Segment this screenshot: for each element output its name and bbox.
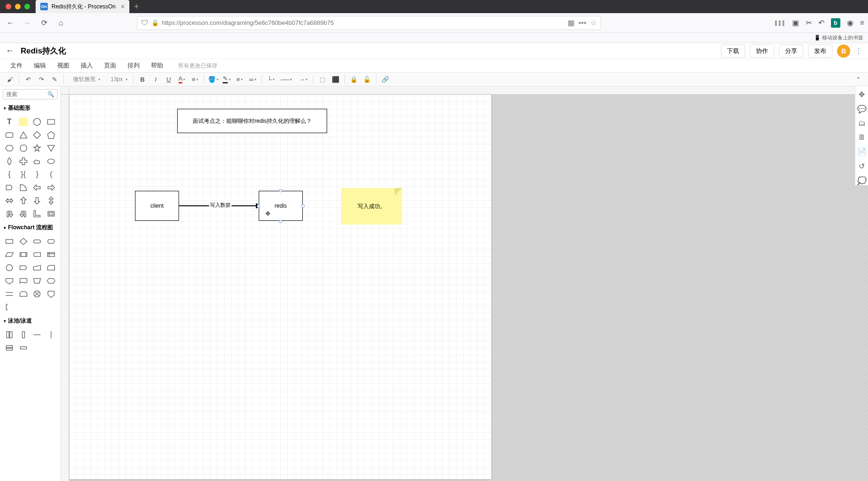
shape-star[interactable]: [31, 142, 44, 154]
fc-sum[interactable]: [31, 288, 44, 300]
font-color-button[interactable]: A▾: [176, 74, 188, 85]
connector-type-button[interactable]: └▾: [265, 74, 277, 85]
fc-connector[interactable]: [3, 262, 16, 274]
comments-icon[interactable]: 💬: [857, 105, 867, 113]
shape-triangle-down[interactable]: [45, 142, 58, 154]
section-flowchart[interactable]: Flowchart 流程图: [0, 222, 60, 233]
fc-stored[interactable]: [31, 248, 44, 261]
font-size-select[interactable]: 13px▾: [104, 74, 130, 85]
selection-handle-w[interactable]: [257, 204, 260, 208]
fc-predefined[interactable]: [17, 248, 30, 261]
fc-annotation[interactable]: [3, 301, 16, 313]
menu-arrange[interactable]: 排列: [123, 60, 144, 71]
address-bar[interactable]: 🛡 🔒 https://processon.com/diagraming/5e6…: [137, 16, 601, 30]
data-icon[interactable]: 🗎: [858, 133, 866, 142]
publish-button[interactable]: 发布: [808, 45, 832, 58]
library-icon[interactable]: ⫿⫿⫿: [774, 19, 786, 27]
link-button[interactable]: 🔗: [379, 74, 391, 85]
shape-drop[interactable]: [3, 155, 16, 167]
shape-andgate[interactable]: [3, 181, 16, 194]
navigator-icon[interactable]: ✥: [859, 90, 865, 99]
menu-view[interactable]: 视图: [52, 60, 74, 71]
undo-button[interactable]: ↶: [22, 74, 34, 85]
shape-uturn-r[interactable]: [17, 208, 30, 220]
shape-bracket[interactable]: (: [45, 168, 58, 180]
diagram-arrow-label[interactable]: 写入数据: [209, 202, 232, 209]
fc-process[interactable]: [3, 235, 16, 248]
mobile-bookmarks-link[interactable]: 📱 移动设备上的书签: [814, 34, 863, 41]
menu-help[interactable]: 帮助: [146, 60, 168, 71]
fc-decision[interactable]: [17, 235, 30, 248]
shape-brace-pair[interactable]: }{: [17, 168, 30, 180]
menu-edit[interactable]: 编辑: [29, 60, 51, 71]
header-menu-icon[interactable]: ⋮: [855, 46, 862, 55]
shape-brace-right[interactable]: }: [31, 168, 44, 180]
document-title[interactable]: Redis持久化: [21, 45, 66, 56]
menu-file[interactable]: 文件: [6, 60, 27, 71]
font-family-select[interactable]: 微软雅黑▾: [67, 74, 103, 85]
italic-button[interactable]: I: [150, 74, 162, 85]
diagram-sticky-note[interactable]: 写入成功。: [341, 188, 402, 225]
fc-manual-input[interactable]: [31, 262, 44, 274]
selection-handle-s[interactable]: [279, 220, 282, 223]
bold-button[interactable]: B: [136, 74, 149, 85]
diagram-title-box[interactable]: 面试考点之：能聊聊你对redis持久化的理解么？: [177, 109, 327, 133]
sl-lane-v[interactable]: [17, 329, 30, 341]
nav-home-button[interactable]: ⌂: [54, 16, 67, 30]
nav-forward-button[interactable]: →: [21, 16, 34, 30]
menu-page[interactable]: 页面: [99, 60, 121, 71]
fc-data[interactable]: [3, 248, 16, 261]
sl-lane-h[interactable]: [17, 342, 30, 354]
text-align-button[interactable]: ≡▾: [189, 74, 201, 85]
diagram-client-box[interactable]: client: [135, 191, 179, 221]
shape-pentagon[interactable]: [45, 129, 58, 141]
nav-back-button[interactable]: ←: [4, 16, 17, 30]
bookmark-star-icon[interactable]: ☆: [590, 18, 597, 27]
canvas-area[interactable]: 面试考点之：能聊聊你对redis持久化的理解么？ client 写入数据 red…: [61, 86, 868, 481]
fc-manual-op[interactable]: [31, 275, 44, 287]
bring-front-button[interactable]: ⬚: [316, 74, 329, 85]
shape-triangle[interactable]: [17, 129, 30, 141]
arrow-style-button[interactable]: →▾: [296, 74, 310, 85]
shape-arrow-down[interactable]: [31, 195, 44, 207]
shape-callout[interactable]: [45, 155, 58, 167]
section-basic-shapes[interactable]: 基础图形: [0, 102, 60, 114]
reader-icon[interactable]: ▦: [568, 18, 575, 27]
line-width-button[interactable]: ═▾: [247, 74, 259, 85]
window-close-button[interactable]: [6, 4, 11, 9]
fc-document[interactable]: [17, 275, 30, 287]
extension-icon[interactable]: ◉: [847, 18, 853, 27]
shape-arrow-lr[interactable]: [3, 195, 16, 207]
shape-note[interactable]: [19, 118, 28, 126]
page-icon[interactable]: 📄: [857, 147, 867, 156]
lock-button[interactable]: 🔒: [348, 74, 360, 85]
line-color-button[interactable]: ✎▾: [220, 74, 232, 85]
shape-arrow-right[interactable]: [45, 181, 58, 194]
section-swimlane[interactable]: 泳池/泳道: [0, 315, 60, 327]
shape-rect[interactable]: [45, 116, 58, 128]
format-painter-button[interactable]: 🖌: [4, 74, 16, 85]
shape-hexagon[interactable]: [3, 142, 16, 154]
new-tab-button[interactable]: +: [129, 0, 144, 13]
share-button[interactable]: 分享: [779, 45, 803, 58]
line-dash-button[interactable]: ──▾: [278, 74, 295, 85]
window-minimize-button[interactable]: [15, 4, 21, 9]
shape-brace-left[interactable]: {: [3, 168, 16, 180]
chat-icon[interactable]: 💭: [857, 176, 867, 185]
collaborate-button[interactable]: 协作: [750, 45, 774, 58]
shape-circle[interactable]: [31, 116, 44, 128]
shape-diamond[interactable]: [31, 129, 44, 141]
shape-text[interactable]: T: [3, 116, 16, 128]
page-actions-icon[interactable]: •••: [578, 19, 586, 27]
shape-frame[interactable]: [45, 208, 58, 220]
fc-terminator[interactable]: [31, 235, 44, 248]
sidebar-icon[interactable]: ▣: [792, 18, 799, 27]
tab-close-icon[interactable]: ×: [121, 3, 125, 10]
hamburger-menu-icon[interactable]: ≡: [860, 19, 864, 27]
fc-parallel[interactable]: [3, 288, 16, 300]
fc-delay[interactable]: [17, 262, 30, 274]
sl-sep-h[interactable]: [31, 329, 44, 341]
fc-internal[interactable]: [45, 248, 58, 261]
underline-button[interactable]: U: [163, 74, 175, 85]
shield-icon[interactable]: 🛡: [141, 19, 149, 27]
